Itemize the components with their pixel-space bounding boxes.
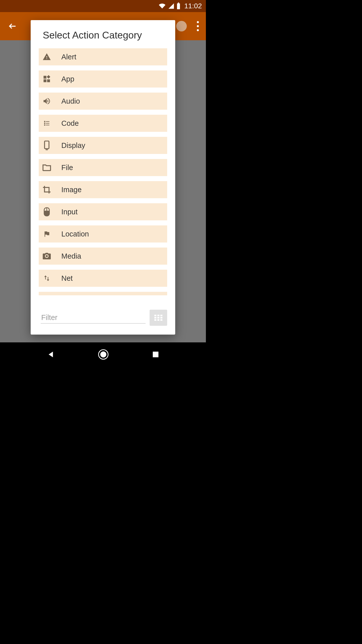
svg-rect-3: [43, 79, 46, 82]
svg-rect-14: [157, 315, 159, 316]
status-icons: 11:02: [158, 2, 202, 10]
wifi-icon: [158, 3, 166, 9]
widgets-icon: [42, 74, 51, 84]
svg-rect-6: [46, 121, 50, 122]
category-item-location[interactable]: Location: [39, 225, 167, 243]
category-label: Input: [61, 208, 78, 216]
category-item-audio[interactable]: Audio: [39, 93, 167, 110]
category-label: Net: [61, 274, 73, 283]
svg-rect-11: [44, 141, 49, 149]
dialog-footer: [31, 306, 175, 335]
category-item-net[interactable]: Net: [39, 270, 167, 287]
svg-rect-17: [157, 317, 159, 318]
swap-vert-icon: [42, 274, 51, 283]
nav-back-icon[interactable]: [47, 350, 55, 359]
volume-icon: [42, 97, 51, 106]
category-item-code[interactable]: Code: [39, 115, 167, 132]
flag-icon: [42, 229, 51, 238]
nav-home-icon[interactable]: [98, 349, 109, 360]
grid-icon: [154, 314, 163, 321]
filter-input[interactable]: [41, 312, 146, 324]
category-item-media[interactable]: Media: [39, 248, 167, 265]
category-label: Display: [61, 141, 85, 150]
category-item-file[interactable]: File: [39, 159, 167, 176]
battery-icon: [176, 3, 181, 10]
search-clear-icon[interactable]: [176, 21, 187, 31]
overflow-menu-icon[interactable]: [197, 21, 199, 31]
svg-rect-15: [160, 315, 162, 316]
back-arrow-icon[interactable]: [8, 22, 17, 31]
svg-rect-7: [44, 123, 46, 124]
svg-rect-24: [153, 351, 159, 357]
crop-icon: [42, 185, 51, 194]
svg-rect-0: [177, 4, 180, 9]
category-item-alert[interactable]: Alert: [39, 48, 167, 65]
mouse-icon: [42, 207, 51, 216]
category-label: App: [61, 75, 74, 83]
category-item-input[interactable]: Input: [39, 203, 167, 220]
svg-point-23: [100, 351, 106, 357]
grid-view-button[interactable]: [150, 310, 167, 326]
svg-rect-18: [160, 317, 162, 318]
category-item-partial[interactable]: [39, 292, 167, 295]
category-item-app[interactable]: App: [39, 70, 167, 88]
svg-rect-5: [44, 121, 46, 122]
svg-rect-19: [154, 319, 156, 321]
category-label: Alert: [61, 53, 76, 61]
dialog-title: Select Action Category: [31, 20, 175, 48]
system-nav-bar: [0, 342, 206, 366]
category-item-display[interactable]: Display: [39, 137, 167, 154]
status-bar: 11:02: [0, 0, 206, 12]
svg-rect-13: [154, 315, 156, 316]
category-label: Code: [61, 119, 79, 128]
svg-rect-10: [46, 125, 50, 125]
clock-text: 11:02: [184, 2, 202, 10]
category-label: Image: [61, 186, 82, 194]
category-list[interactable]: Alert App Audio Code Dis: [31, 48, 175, 306]
category-label: Location: [61, 230, 89, 238]
svg-rect-21: [160, 319, 162, 321]
list-icon: [42, 119, 51, 128]
warning-icon: [42, 52, 51, 61]
camera-icon: [42, 252, 51, 261]
svg-rect-1: [178, 3, 179, 4]
svg-rect-8: [46, 123, 50, 124]
category-label: Media: [61, 252, 81, 260]
folder-icon: [42, 163, 51, 172]
category-item-image[interactable]: Image: [39, 181, 167, 198]
svg-rect-4: [47, 79, 50, 82]
cellular-icon: [168, 3, 175, 9]
svg-rect-2: [43, 76, 46, 78]
svg-rect-16: [154, 317, 156, 318]
smartphone-icon: [42, 141, 51, 150]
svg-rect-20: [157, 319, 159, 321]
category-label: File: [61, 164, 73, 172]
category-label: Audio: [61, 97, 80, 105]
svg-rect-9: [44, 125, 46, 126]
select-action-category-dialog: Select Action Category Alert App Audio: [31, 20, 175, 335]
nav-recent-icon[interactable]: [152, 351, 159, 358]
